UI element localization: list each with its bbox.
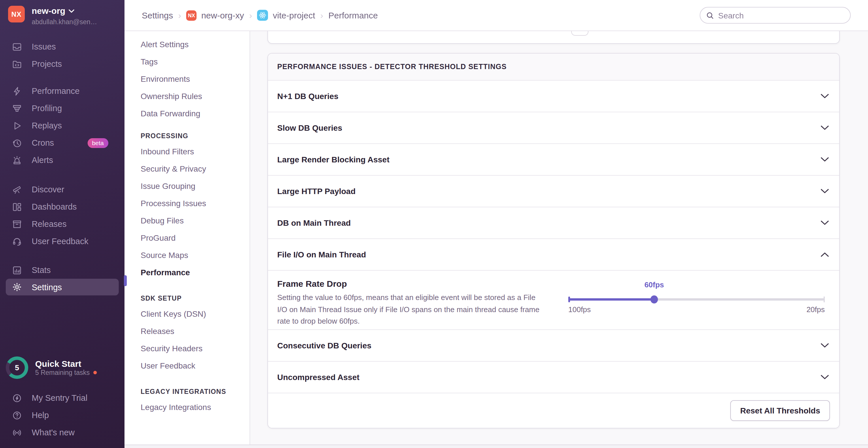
sidebar-item-crons[interactable]: Crons beta [0, 134, 124, 151]
settings-nav-proguard[interactable]: ProGuard [124, 229, 250, 246]
sidebar-item-replays[interactable]: Replays [0, 117, 124, 134]
breadcrumb-performance[interactable]: Performance [329, 10, 378, 20]
settings-nav-security-headers[interactable]: Security Headers [124, 340, 250, 357]
siren-icon [12, 155, 22, 165]
profiling-icon [12, 103, 22, 113]
slider-value-label: 60fps [644, 280, 664, 289]
quick-start[interactable]: 5 Quick Start 5 Remaining tasks [0, 356, 124, 379]
panel-footer: Reset All Thresholds [268, 393, 839, 428]
chevron-down-icon [69, 9, 75, 13]
search-icon [706, 11, 714, 19]
sidebar-item-user-feedback[interactable]: User Feedback [0, 233, 124, 250]
slider-thumb[interactable] [650, 296, 658, 304]
slider-left-cap [568, 297, 570, 302]
settings-nav-processing-issues[interactable]: Processing Issues [124, 195, 250, 212]
sidebar-item-label: Profiling [32, 104, 62, 113]
sidebar-item-settings[interactable]: Settings [6, 279, 119, 296]
settings-nav-legacy-integrations[interactable]: Legacy Integrations [124, 399, 250, 416]
settings-nav-section-processing: PROCESSING [124, 129, 250, 143]
settings-nav-ownership-rules[interactable]: Ownership Rules [124, 88, 250, 105]
app-window: NX new-org abdullah.khan@sen… Issues Pro… [0, 0, 868, 448]
sidebar-item-label: Alerts [32, 156, 53, 165]
sidebar-item-label: What's new [32, 428, 75, 437]
detector-row-consecutive-db-queries[interactable]: Consecutive DB Queries [268, 330, 839, 361]
detector-row-uncompressed-asset[interactable]: Uncompressed Asset [268, 361, 839, 393]
settings-nav-inbound-filters[interactable]: Inbound Filters [124, 143, 250, 160]
frame-rate-drop-setting: Frame Rate Drop Setting the value to 60f… [268, 271, 839, 330]
quick-start-subtitle: 5 Remaining tasks [35, 369, 90, 376]
org-switcher[interactable]: NX new-org abdullah.khan@sen… [0, 0, 124, 32]
quick-start-progress-ring: 5 [6, 356, 28, 379]
settings-nav-environments[interactable]: Environments [124, 70, 250, 88]
org-email: abdullah.khan@sen… [32, 18, 97, 26]
play-icon [12, 120, 22, 130]
telescope-icon [12, 184, 22, 194]
settings-nav-security-privacy[interactable]: Security & Privacy [124, 160, 250, 177]
react-project-icon [257, 10, 268, 21]
sidebar-item-performance[interactable]: Performance [0, 82, 124, 100]
sidebar-item-projects[interactable]: Projects [0, 55, 124, 73]
settings-content: PERFORMANCE ISSUES - DETECTOR THRESHOLD … [250, 31, 868, 448]
active-nav-indicator [124, 275, 127, 286]
frame-rate-slider: 60fps 100fps 20fps [568, 271, 825, 330]
broadcast-icon [12, 427, 22, 437]
bar-chart-icon [12, 265, 22, 275]
slider-track[interactable] [568, 298, 825, 301]
search-input[interactable] [718, 11, 844, 20]
sidebar-item-label: Crons [32, 138, 54, 147]
detector-row-file-io-on-main-thread[interactable]: File I/O on Main Thread [268, 239, 839, 271]
settings-nav-performance[interactable]: Performance [124, 264, 250, 281]
trial-bolt-icon [12, 393, 22, 403]
panel-title: PERFORMANCE ISSUES - DETECTOR THRESHOLD … [268, 54, 839, 81]
sidebar-item-profiling[interactable]: Profiling [0, 100, 124, 117]
chevron-up-icon [821, 252, 829, 257]
sidebar-item-whats-new[interactable]: What's new [0, 424, 124, 441]
slider-min-label: 100fps [568, 305, 591, 314]
settings-nav-section-legacy: LEGACY INTEGRATIONS [124, 385, 250, 399]
slider-right-cap [824, 297, 825, 302]
sidebar-item-help[interactable]: Help [0, 407, 124, 424]
settings-nav-releases[interactable]: Releases [124, 322, 250, 340]
top-header: Settings › NX new-org-xy › vite-project … [124, 0, 868, 31]
sidebar-item-discover[interactable]: Discover [0, 181, 124, 198]
notification-dot [93, 371, 97, 374]
settings-nav-debug-files[interactable]: Debug Files [124, 212, 250, 229]
sidebar-item-label: Dashboards [32, 202, 76, 211]
settings-nav-alert-settings[interactable]: Alert Settings [124, 36, 250, 53]
sidebar-item-my-sentry-trial[interactable]: My Sentry Trial [0, 389, 124, 407]
sidebar-item-label: User Feedback [32, 237, 89, 246]
detector-row-large-http-payload[interactable]: Large HTTP Payload [268, 176, 839, 207]
scrolled-card-partial [268, 31, 840, 44]
sidebar-item-issues[interactable]: Issues [0, 38, 124, 55]
chevron-down-icon [821, 343, 829, 348]
sidebar-item-releases[interactable]: Releases [0, 215, 124, 233]
settings-nav-source-maps[interactable]: Source Maps [124, 246, 250, 264]
bottom-edge-strip [124, 445, 868, 448]
detector-row-n-plus-one-db-queries[interactable]: N+1 DB Queries [268, 81, 839, 112]
search-box[interactable] [700, 7, 851, 24]
sidebar-item-stats[interactable]: Stats [0, 262, 124, 279]
main-sidebar: NX new-org abdullah.khan@sen… Issues Pro… [0, 0, 124, 448]
settings-nav-user-feedback[interactable]: User Feedback [124, 357, 250, 374]
settings-nav-tags[interactable]: Tags [124, 53, 250, 70]
sidebar-item-dashboards[interactable]: Dashboards [0, 198, 124, 215]
sidebar-item-label: Help [32, 411, 49, 420]
org-avatar[interactable]: NX [8, 6, 25, 23]
sidebar-item-alerts[interactable]: Alerts [0, 151, 124, 169]
issues-icon [12, 42, 22, 51]
gear-icon [12, 282, 22, 292]
settings-nav-data-forwarding[interactable]: Data Forwarding [124, 105, 250, 122]
breadcrumb-project[interactable]: vite-project [257, 10, 315, 21]
frame-rate-drop-title: Frame Rate Drop [277, 279, 347, 288]
detector-row-slow-db-queries[interactable]: Slow DB Queries [268, 112, 839, 144]
breadcrumb-settings[interactable]: Settings [142, 10, 173, 20]
settings-nav-client-keys[interactable]: Client Keys (DSN) [124, 305, 250, 322]
detector-row-db-on-main-thread[interactable]: DB on Main Thread [268, 207, 839, 239]
settings-nav-issue-grouping[interactable]: Issue Grouping [124, 177, 250, 195]
sidebar-item-label: Issues [32, 42, 56, 51]
reset-all-thresholds-button[interactable]: Reset All Thresholds [731, 400, 830, 421]
detector-row-large-render-blocking-asset[interactable]: Large Render Blocking Asset [268, 144, 839, 176]
breadcrumb-organization[interactable]: NX new-org-xy [186, 10, 244, 21]
chevron-down-icon [821, 126, 829, 130]
lightning-icon [12, 86, 22, 96]
